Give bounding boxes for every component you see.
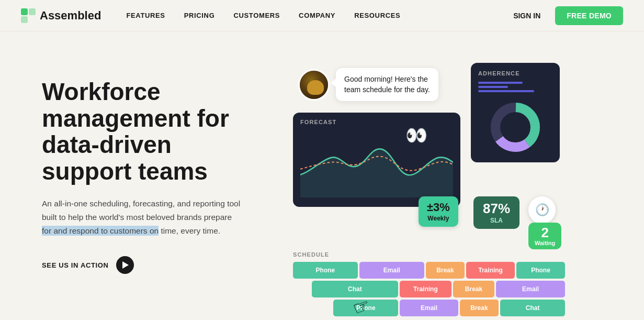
schedule-label: SCHEDULE xyxy=(293,251,565,258)
nav-right: SIGN IN FREE DEMO xyxy=(513,6,623,25)
logo-icon xyxy=(21,8,36,23)
sla-label: SLA xyxy=(483,217,510,224)
hero-illustration: Good morning! Here's the team schedule f… xyxy=(293,63,613,320)
eyes-mascot: 👀 xyxy=(405,125,427,146)
nav-links: FEATURES PRICING CUSTOMERS COMPANY RESOU… xyxy=(126,12,513,19)
schedule-row-3: Phone Email Break Chat xyxy=(293,300,565,316)
sla-value: 87% xyxy=(483,202,510,215)
avatar xyxy=(298,69,330,101)
sched-cell-email-3: Email xyxy=(400,300,458,316)
sched-cell-phone-1b: Phone xyxy=(516,262,565,279)
svg-point-7 xyxy=(504,116,527,139)
sched-cell-empty-3 xyxy=(293,300,332,316)
donut-svg xyxy=(487,98,544,156)
subtitle-before: An all-in-one scheduling, forecasting, a… xyxy=(42,199,240,222)
navigation: Assembled FEATURES PRICING CUSTOMERS COM… xyxy=(0,0,644,31)
waiting-value: 2 xyxy=(535,226,555,239)
nav-customers[interactable]: CUSTOMERS xyxy=(233,12,280,19)
cta-label: SEE US IN ACTION xyxy=(42,261,109,269)
chat-card: Good morning! Here's the team schedule f… xyxy=(298,68,438,101)
adherence-line-1 xyxy=(478,82,523,84)
sched-cell-email-1: Email xyxy=(359,262,424,279)
forecast-chart xyxy=(300,129,453,197)
nav-pricing[interactable]: PRICING xyxy=(184,12,215,19)
sched-cell-break-2: Break xyxy=(453,281,494,297)
sched-cell-training-2: Training xyxy=(400,281,451,297)
adherence-card: ADHERENCE xyxy=(471,63,560,162)
free-demo-button[interactable]: FREE DEMO xyxy=(555,6,623,25)
chat-message-line1: Good morning! Here's the xyxy=(344,75,428,83)
subtitle-after: time, every time. xyxy=(159,226,220,235)
adherence-label: ADHERENCE xyxy=(478,70,552,76)
sched-cell-phone-1: Phone xyxy=(293,262,358,279)
chat-message-line2: team schedule for the day. xyxy=(344,85,430,94)
sched-cell-break-1: Break xyxy=(426,262,465,279)
donut-chart xyxy=(478,98,552,156)
hero-left: Workforce management for data-driven sup… xyxy=(42,63,262,274)
avatar-image xyxy=(300,71,328,99)
sched-cell-break-3: Break xyxy=(460,300,499,316)
schedule-row-2: Chat Training Break Email xyxy=(293,281,565,297)
sched-cell-empty-2 xyxy=(293,281,310,297)
clock-icon: 🕐 xyxy=(535,203,549,217)
forecast-card: FORECAST xyxy=(293,113,460,207)
logo[interactable]: Assembled xyxy=(21,8,101,23)
clock-badge: 🕐 xyxy=(528,196,556,224)
svg-rect-1 xyxy=(29,8,36,15)
sign-in-link[interactable]: SIGN IN xyxy=(513,12,540,20)
logo-text: Assembled xyxy=(40,9,101,23)
sched-cell-training-1: Training xyxy=(466,262,515,279)
nav-resources[interactable]: RESOURCES xyxy=(354,12,400,19)
cta-row: SEE US IN ACTION xyxy=(42,256,262,274)
adherence-line-3 xyxy=(478,90,534,92)
nav-features[interactable]: FEATURES xyxy=(126,12,165,19)
cta-play-button[interactable] xyxy=(116,256,134,274)
hero-subtitle: An all-in-one scheduling, forecasting, a… xyxy=(42,197,241,237)
waiting-badge: 2 Waiting xyxy=(528,223,561,249)
sched-cell-chat-2: Chat xyxy=(312,281,398,297)
schedule-row-1: Phone Email Break Training Phone xyxy=(293,262,565,279)
adherence-line-2 xyxy=(478,86,508,88)
speech-bubble: Good morning! Here's the team schedule f… xyxy=(336,68,438,101)
forecast-badge-sub: Weekly xyxy=(427,215,450,222)
schedule-card: SCHEDULE Phone Email Break Training Phon… xyxy=(293,251,565,316)
sched-cell-chat-3: Chat xyxy=(500,300,565,316)
subtitle-highlight: for and respond to customers on xyxy=(42,226,159,236)
svg-rect-0 xyxy=(21,8,28,15)
main-content: Workforce management for data-driven sup… xyxy=(0,31,644,320)
svg-rect-2 xyxy=(21,16,28,23)
nav-company[interactable]: COMPANY xyxy=(299,12,335,19)
forecast-badge: ±3% Weekly xyxy=(419,196,458,227)
sla-badge: 87% SLA xyxy=(473,196,519,229)
hero-title: Workforce management for data-driven sup… xyxy=(42,79,262,184)
forecast-badge-value: ±3% xyxy=(427,202,450,213)
sched-cell-email-2: Email xyxy=(496,281,565,297)
forecast-label: FORECAST xyxy=(300,119,453,125)
schedule-grid: Phone Email Break Training Phone Chat Tr… xyxy=(293,262,565,316)
adherence-lines xyxy=(478,82,552,92)
waiting-label: Waiting xyxy=(535,240,555,246)
